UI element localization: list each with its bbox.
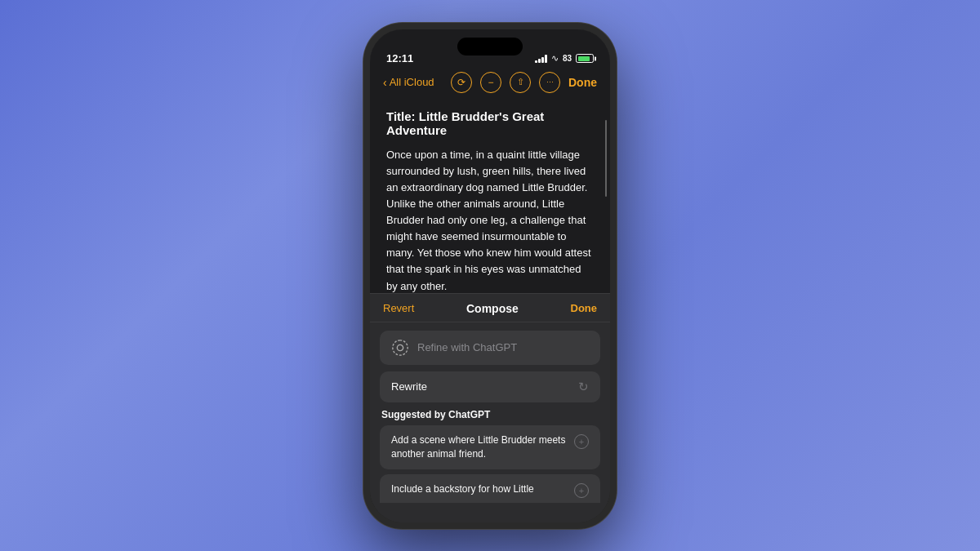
status-time: 12:11 bbox=[386, 52, 413, 64]
note-paragraph-1: Once upon a time, in a quaint little vil… bbox=[386, 147, 594, 293]
nav-done-button[interactable]: Done bbox=[568, 76, 597, 89]
compose-panel: Revert Compose Done Refine with ChatGPT … bbox=[370, 293, 610, 522]
battery-percent: 83 bbox=[563, 54, 572, 63]
note-body[interactable]: Once upon a time, in a quaint little vil… bbox=[386, 147, 594, 293]
plus-icon-1: + bbox=[579, 437, 584, 447]
compose-body: Refine with ChatGPT Rewrite ↻ bbox=[370, 322, 610, 409]
suggestion-item-2[interactable]: Include a backstory for how Little + bbox=[380, 474, 600, 503]
refine-label: Refine with ChatGPT bbox=[417, 341, 517, 353]
phone-frame: 12:11 ∿ 83 ‹ All iCloud ⟳ − bbox=[363, 23, 617, 529]
fade-overlay bbox=[370, 506, 610, 522]
chatgpt-icon bbox=[391, 339, 409, 357]
nav-bar: ‹ All iCloud ⟳ − ⇧ ⋯ Done bbox=[370, 65, 610, 101]
back-label: All iCloud bbox=[390, 76, 434, 88]
compose-done-button[interactable]: Done bbox=[571, 302, 598, 314]
suggestion-add-icon-1[interactable]: + bbox=[574, 434, 589, 449]
suggestion-add-icon-2[interactable]: + bbox=[574, 483, 589, 498]
compose-header: Revert Compose Done bbox=[370, 294, 610, 322]
refine-chatgpt-button[interactable]: Refine with ChatGPT bbox=[380, 331, 600, 365]
signal-bars-icon bbox=[535, 55, 547, 63]
compose-title: Compose bbox=[466, 302, 519, 315]
dynamic-island bbox=[457, 38, 523, 56]
minus-icon: − bbox=[488, 77, 493, 88]
nav-actions: ⟳ − ⇧ ⋯ Done bbox=[451, 72, 597, 93]
rewrite-icon: ↻ bbox=[578, 380, 589, 394]
ellipsis-icon: ⋯ bbox=[546, 78, 553, 87]
share-icon: ⇧ bbox=[517, 77, 524, 87]
status-icons: ∿ 83 bbox=[535, 53, 594, 64]
scroll-indicator bbox=[605, 120, 608, 197]
rewrite-label: Rewrite bbox=[391, 380, 427, 393]
format-icon: ⟳ bbox=[457, 77, 466, 88]
minus-button[interactable]: − bbox=[480, 72, 501, 93]
battery-icon bbox=[576, 54, 594, 63]
suggestion-text-1: Add a scene where Little Brudder meets a… bbox=[391, 433, 568, 461]
suggestion-item-1[interactable]: Add a scene where Little Brudder meets a… bbox=[380, 425, 600, 469]
suggested-section: Suggested by ChatGPT Add a scene where L… bbox=[370, 409, 610, 506]
wifi-icon: ∿ bbox=[551, 53, 559, 64]
rewrite-button[interactable]: Rewrite ↻ bbox=[380, 371, 600, 402]
revert-button[interactable]: Revert bbox=[383, 302, 414, 314]
share-button[interactable]: ⇧ bbox=[510, 72, 531, 93]
note-content: Title: Little Brudder's Great Adventure … bbox=[370, 101, 610, 293]
back-button[interactable]: ‹ All iCloud bbox=[383, 76, 434, 89]
note-title: Title: Little Brudder's Great Adventure bbox=[386, 109, 594, 137]
more-button[interactable]: ⋯ bbox=[539, 72, 560, 93]
chevron-left-icon: ‹ bbox=[383, 76, 387, 89]
format-button[interactable]: ⟳ bbox=[451, 72, 472, 93]
battery-fill bbox=[578, 56, 590, 61]
suggested-header: Suggested by ChatGPT bbox=[380, 409, 600, 420]
suggestion-text-2: Include a backstory for how Little bbox=[391, 482, 568, 496]
plus-icon-2: + bbox=[579, 486, 584, 495]
